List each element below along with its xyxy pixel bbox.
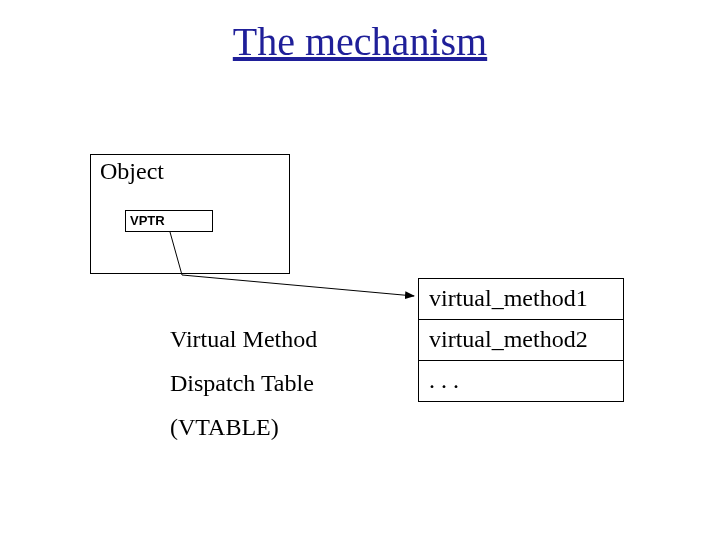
svg-line-2	[182, 275, 414, 296]
vtable-row: virtual_method2	[418, 319, 624, 361]
vtable-caption-line: (VTABLE)	[170, 414, 279, 441]
object-label: Object	[100, 158, 164, 185]
vtable-row: . . .	[418, 360, 624, 402]
slide-stage: The mechanism Object VPTR virtual_method…	[0, 0, 720, 540]
vptr-box: VPTR	[125, 210, 213, 232]
vtable-row: virtual_method1	[418, 278, 624, 320]
vtable-caption-line: Dispatch Table	[170, 370, 314, 397]
vtable-caption-line: Virtual Method	[170, 326, 317, 353]
slide-title: The mechanism	[0, 18, 720, 65]
